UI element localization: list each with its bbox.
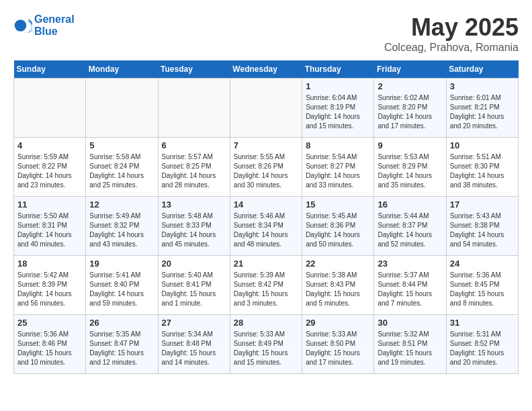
day-number: 11	[17, 199, 82, 210]
calendar-cell: 10Sunrise: 5:51 AMSunset: 8:30 PMDayligh…	[446, 138, 518, 197]
calendar-cell: 9Sunrise: 5:53 AMSunset: 8:29 PMDaylight…	[374, 138, 446, 197]
weekday-header-tuesday: Tuesday	[158, 60, 230, 79]
calendar-week-row: 25Sunrise: 5:36 AMSunset: 8:46 PMDayligh…	[14, 315, 519, 374]
calendar-cell: 19Sunrise: 5:41 AMSunset: 8:40 PMDayligh…	[86, 256, 158, 315]
day-info: Sunrise: 5:33 AMSunset: 8:50 PMDaylight:…	[306, 330, 370, 367]
day-number: 31	[450, 318, 515, 328]
day-number: 19	[89, 259, 154, 269]
weekday-header-row: SundayMondayTuesdayWednesdayThursdayFrid…	[14, 60, 519, 79]
calendar-cell: 5Sunrise: 5:58 AMSunset: 8:24 PMDaylight…	[86, 138, 158, 197]
month-title: May 2025	[384, 13, 519, 42]
calendar-cell: 16Sunrise: 5:44 AMSunset: 8:37 PMDayligh…	[374, 197, 446, 256]
svg-point-0	[15, 19, 27, 32]
calendar-cell: 18Sunrise: 5:42 AMSunset: 8:39 PMDayligh…	[14, 256, 86, 315]
day-number: 4	[17, 140, 82, 150]
calendar-cell: 21Sunrise: 5:39 AMSunset: 8:42 PMDayligh…	[230, 256, 302, 315]
day-info: Sunrise: 6:01 AMSunset: 8:21 PMDaylight:…	[450, 93, 515, 131]
calendar-week-row: 4Sunrise: 5:59 AMSunset: 8:22 PMDaylight…	[14, 138, 519, 197]
calendar-week-row: 11Sunrise: 5:50 AMSunset: 8:31 PMDayligh…	[14, 197, 519, 256]
day-info: Sunrise: 5:59 AMSunset: 8:22 PMDaylight:…	[17, 152, 82, 190]
calendar-cell: 27Sunrise: 5:34 AMSunset: 8:48 PMDayligh…	[158, 315, 230, 374]
calendar-cell: 15Sunrise: 5:45 AMSunset: 8:36 PMDayligh…	[302, 197, 374, 256]
day-number: 7	[234, 140, 298, 150]
calendar-cell: 6Sunrise: 5:57 AMSunset: 8:25 PMDaylight…	[158, 138, 230, 197]
day-number: 25	[17, 318, 82, 328]
logo-icon	[13, 16, 32, 35]
page-header: General Blue May 2025 Colceag, Prahova, …	[13, 13, 519, 54]
calendar-cell	[14, 79, 86, 138]
weekday-header-friday: Friday	[374, 60, 446, 79]
logo-general: General	[34, 13, 75, 26]
day-info: Sunrise: 5:50 AMSunset: 8:31 PMDaylight:…	[17, 212, 82, 249]
day-info: Sunrise: 5:49 AMSunset: 8:32 PMDaylight:…	[89, 212, 154, 249]
day-number: 13	[162, 199, 226, 210]
calendar-cell: 7Sunrise: 5:55 AMSunset: 8:26 PMDaylight…	[230, 138, 302, 197]
day-number: 6	[162, 140, 226, 150]
day-number: 1	[306, 81, 370, 91]
calendar-cell: 8Sunrise: 5:54 AMSunset: 8:27 PMDaylight…	[302, 138, 374, 197]
day-number: 9	[378, 140, 442, 150]
calendar-table: SundayMondayTuesdayWednesdayThursdayFrid…	[13, 60, 519, 374]
day-info: Sunrise: 5:54 AMSunset: 8:27 PMDaylight:…	[306, 152, 370, 190]
day-info: Sunrise: 5:51 AMSunset: 8:30 PMDaylight:…	[450, 152, 515, 190]
day-info: Sunrise: 5:37 AMSunset: 8:44 PMDaylight:…	[378, 271, 442, 308]
calendar-cell: 25Sunrise: 5:36 AMSunset: 8:46 PMDayligh…	[14, 315, 86, 374]
logo-blue: Blue	[34, 26, 75, 38]
weekday-header-wednesday: Wednesday	[230, 60, 302, 79]
day-info: Sunrise: 5:57 AMSunset: 8:25 PMDaylight:…	[162, 152, 226, 190]
day-number: 27	[162, 318, 226, 328]
day-number: 16	[378, 199, 442, 210]
day-number: 23	[378, 259, 442, 269]
calendar-cell: 12Sunrise: 5:49 AMSunset: 8:32 PMDayligh…	[86, 197, 158, 256]
calendar-cell: 28Sunrise: 5:33 AMSunset: 8:49 PMDayligh…	[230, 315, 302, 374]
day-info: Sunrise: 5:32 AMSunset: 8:51 PMDaylight:…	[378, 330, 442, 367]
day-number: 8	[306, 140, 370, 150]
calendar-cell: 4Sunrise: 5:59 AMSunset: 8:22 PMDaylight…	[14, 138, 86, 197]
day-number: 3	[450, 81, 515, 91]
day-info: Sunrise: 5:43 AMSunset: 8:38 PMDaylight:…	[450, 212, 515, 249]
day-info: Sunrise: 5:31 AMSunset: 8:52 PMDaylight:…	[450, 330, 515, 367]
day-info: Sunrise: 6:04 AMSunset: 8:19 PMDaylight:…	[306, 93, 370, 131]
calendar-cell: 13Sunrise: 5:48 AMSunset: 8:33 PMDayligh…	[158, 197, 230, 256]
calendar-cell	[230, 79, 302, 138]
day-number: 21	[234, 259, 298, 269]
day-info: Sunrise: 5:34 AMSunset: 8:48 PMDaylight:…	[162, 330, 226, 367]
day-number: 18	[17, 259, 82, 269]
calendar-cell: 29Sunrise: 5:33 AMSunset: 8:50 PMDayligh…	[302, 315, 374, 374]
day-number: 26	[89, 318, 154, 328]
day-number: 22	[306, 259, 370, 269]
weekday-header-monday: Monday	[86, 60, 158, 79]
day-info: Sunrise: 5:35 AMSunset: 8:47 PMDaylight:…	[89, 330, 154, 367]
title-block: May 2025 Colceag, Prahova, Romania	[384, 13, 519, 54]
day-info: Sunrise: 5:44 AMSunset: 8:37 PMDaylight:…	[378, 212, 442, 249]
day-info: Sunrise: 5:45 AMSunset: 8:36 PMDaylight:…	[306, 212, 370, 249]
weekday-header-sunday: Sunday	[14, 60, 86, 79]
day-info: Sunrise: 6:02 AMSunset: 8:20 PMDaylight:…	[378, 93, 442, 131]
day-number: 12	[89, 199, 154, 210]
calendar-cell	[158, 79, 230, 138]
day-number: 14	[234, 199, 298, 210]
calendar-cell: 3Sunrise: 6:01 AMSunset: 8:21 PMDaylight…	[446, 79, 518, 138]
day-number: 20	[162, 259, 226, 269]
day-info: Sunrise: 5:38 AMSunset: 8:43 PMDaylight:…	[306, 271, 370, 308]
day-info: Sunrise: 5:40 AMSunset: 8:41 PMDaylight:…	[162, 271, 226, 308]
day-number: 2	[378, 81, 442, 91]
weekday-header-saturday: Saturday	[446, 60, 518, 79]
calendar-cell: 23Sunrise: 5:37 AMSunset: 8:44 PMDayligh…	[374, 256, 446, 315]
day-info: Sunrise: 5:39 AMSunset: 8:42 PMDaylight:…	[234, 271, 298, 308]
weekday-header-thursday: Thursday	[302, 60, 374, 79]
day-info: Sunrise: 5:36 AMSunset: 8:46 PMDaylight:…	[17, 330, 82, 367]
day-info: Sunrise: 5:36 AMSunset: 8:45 PMDaylight:…	[450, 271, 515, 308]
day-info: Sunrise: 5:55 AMSunset: 8:26 PMDaylight:…	[234, 152, 298, 190]
day-info: Sunrise: 5:42 AMSunset: 8:39 PMDaylight:…	[17, 271, 82, 308]
calendar-week-row: 1Sunrise: 6:04 AMSunset: 8:19 PMDaylight…	[14, 79, 519, 138]
day-info: Sunrise: 5:46 AMSunset: 8:34 PMDaylight:…	[234, 212, 298, 249]
calendar-cell: 14Sunrise: 5:46 AMSunset: 8:34 PMDayligh…	[230, 197, 302, 256]
calendar-week-row: 18Sunrise: 5:42 AMSunset: 8:39 PMDayligh…	[14, 256, 519, 315]
calendar-cell: 30Sunrise: 5:32 AMSunset: 8:51 PMDayligh…	[374, 315, 446, 374]
day-info: Sunrise: 5:41 AMSunset: 8:40 PMDaylight:…	[89, 271, 154, 308]
day-number: 15	[306, 199, 370, 210]
calendar-cell: 17Sunrise: 5:43 AMSunset: 8:38 PMDayligh…	[446, 197, 518, 256]
calendar-cell: 11Sunrise: 5:50 AMSunset: 8:31 PMDayligh…	[14, 197, 86, 256]
day-number: 10	[450, 140, 515, 150]
